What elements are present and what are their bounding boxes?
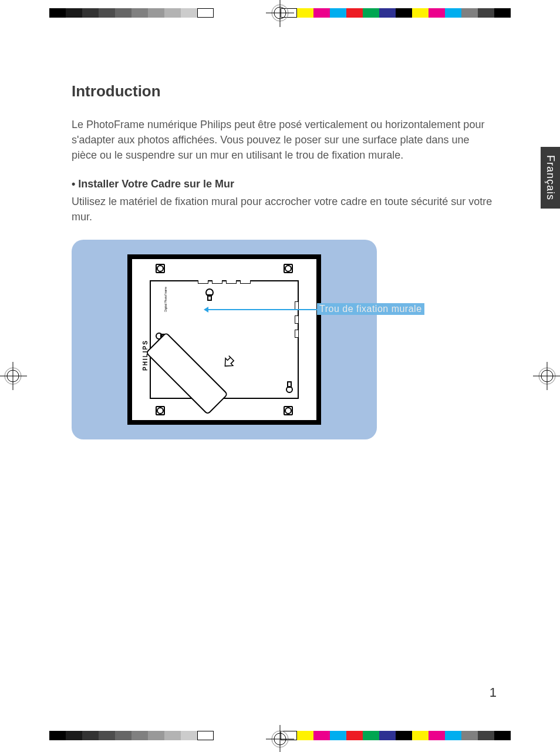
kickstand-icon (146, 332, 228, 415)
callout-arrow-icon (205, 309, 317, 310)
registration-target-icon (266, 725, 294, 752)
model-tiny-label: Digital PhotoFrame (164, 287, 167, 313)
screw-icon (284, 264, 293, 273)
screw-icon (156, 264, 165, 273)
top-vent-slots (198, 280, 251, 284)
callout-label: Trou de fixation murale (317, 303, 424, 315)
brand-text: PHILIPS (142, 340, 149, 371)
photoframe-back-drawing: PHILIPS Digital PhotoFrame (127, 254, 321, 425)
language-tab: Français (541, 147, 560, 209)
registration-target-icon (533, 362, 560, 390)
section-heading: • Installer Votre Cadre sur le Mur (72, 178, 501, 190)
screw-icon (284, 406, 293, 415)
screw-icon (156, 406, 165, 415)
bottom-keyhole-icon (286, 381, 293, 395)
page-number: 1 (490, 685, 497, 700)
intro-paragraph: Le PhotoFrame numérique Philips peut êtr… (72, 117, 494, 163)
registration-target-icon (266, 0, 294, 27)
section-body: Utilisez le matériel de fixation mural p… (72, 194, 494, 224)
page-content: Introduction Le PhotoFrame numérique Phi… (72, 82, 501, 439)
registration-target-icon (0, 362, 27, 390)
wall-mount-keyhole-icon (205, 288, 214, 301)
grayscale-swatches (49, 8, 214, 18)
color-swatches (281, 8, 511, 18)
inner-panel: PHILIPS Digital PhotoFrame (150, 280, 299, 399)
open-arrow-icon (218, 354, 238, 374)
side-ports (295, 301, 299, 338)
mounting-illustration: PHILIPS Digital PhotoFrame Trou de fixat… (72, 240, 377, 439)
color-swatches-bottom (281, 731, 511, 740)
page-title: Introduction (72, 82, 501, 100)
grayscale-swatches-bottom (49, 731, 214, 740)
